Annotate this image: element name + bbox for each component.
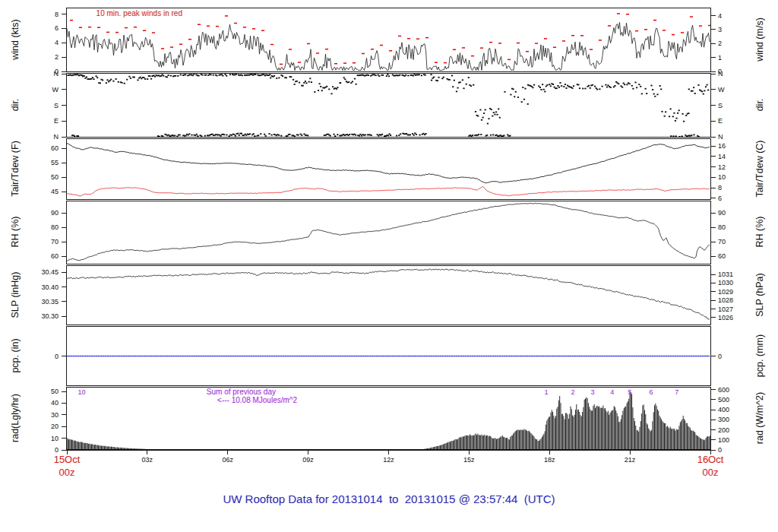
slp-right-tick-label: 1028 xyxy=(718,296,733,304)
rad-right-tick-label: 200 xyxy=(718,426,729,434)
slp-left-tick xyxy=(62,272,66,273)
rh-right-tick xyxy=(711,242,716,242)
tair-right-tick-label: 6 xyxy=(718,195,722,202)
wind-right-tick xyxy=(711,43,716,44)
dir-left-tick xyxy=(62,121,66,122)
rh-right-tick xyxy=(711,227,716,228)
wind-annotation: 10 min. peak winds in red xyxy=(96,9,182,17)
rad-hour-sum-label: 1 xyxy=(544,388,548,397)
rad-left-tick xyxy=(62,450,66,451)
dir-right-tick xyxy=(711,105,716,106)
wind-left-tick xyxy=(62,43,66,43)
x-axis-tick-label: 06z xyxy=(219,456,237,464)
pcp-right-tick xyxy=(711,356,716,356)
rad-right-tick xyxy=(711,420,716,420)
dir-right-tick-label: N xyxy=(718,70,723,78)
x-axis-end-hour: 00z xyxy=(703,467,719,478)
slp-right-tick xyxy=(711,309,716,309)
tair-right-tick xyxy=(711,166,716,167)
wind-left-tick xyxy=(62,71,66,72)
slp-left-tick xyxy=(62,316,66,317)
x-axis-tick-label: 18z xyxy=(540,456,558,464)
tair-right-tick xyxy=(711,146,716,147)
tair-left-tick xyxy=(62,192,66,192)
wind-right-tick-label: 2 xyxy=(718,40,722,47)
rad-annotation: <--- 10.08 MJoules/m^2 xyxy=(217,396,297,404)
x-axis-tick xyxy=(388,451,389,454)
x-axis-tick xyxy=(469,451,470,454)
x-axis-tick xyxy=(227,451,228,454)
rad-left-axis-title: rad(Lgly/hr) xyxy=(9,342,21,494)
wind-left-tick xyxy=(62,28,66,29)
rh-left-tick xyxy=(62,242,66,242)
panel-wind-direction xyxy=(66,73,711,138)
rad-annotation: Sum of previous day xyxy=(207,388,276,396)
wind-right-tick xyxy=(711,71,716,72)
tair-right-tick xyxy=(711,177,716,178)
wind-right-tick-label: 4 xyxy=(718,12,722,20)
slp-right-tick-label: 1031 xyxy=(718,271,733,278)
x-axis-tick xyxy=(147,451,147,454)
rh-left-tick xyxy=(62,256,66,257)
wind-right-tick-label: 1 xyxy=(718,54,722,62)
rh-right-tick-label: 90 xyxy=(718,209,726,217)
tair-right-tick xyxy=(711,198,716,198)
rad-right-tick xyxy=(711,410,716,410)
dir-right-tick xyxy=(711,74,716,74)
slp-right-tick-label: 1026 xyxy=(718,314,733,321)
dir-right-tick-label: W xyxy=(718,86,725,93)
dir-right-tick-label: N xyxy=(718,133,723,141)
rad-right-tick xyxy=(711,399,716,400)
slp-right-tick-label: 1027 xyxy=(718,306,733,313)
rh-right-tick-label: 80 xyxy=(718,223,726,231)
x-axis-start-date: 15Oct xyxy=(54,454,81,465)
rad-left-tick xyxy=(62,426,66,427)
slp-right-tick xyxy=(711,317,716,318)
tair-right-tick-label: 8 xyxy=(718,184,722,192)
rad-hour-sum-label: 7 xyxy=(675,388,678,397)
slp-right-tick xyxy=(711,300,716,301)
rad-left-tick xyxy=(62,403,66,404)
rad-right-tick-label: 300 xyxy=(718,416,729,423)
rh-right-tick-label: 70 xyxy=(718,238,726,245)
wind-left-tick xyxy=(62,57,66,58)
slp-right-tick xyxy=(711,274,716,275)
x-axis-tick-label: 09z xyxy=(299,456,318,464)
x-axis-start-hour: 00z xyxy=(59,467,75,478)
x-axis-tick xyxy=(308,451,308,454)
tair-left-tick xyxy=(62,163,66,163)
rad-left-tick xyxy=(62,438,66,439)
x-axis-tick-label: 12z xyxy=(380,456,398,464)
dir-left-tick xyxy=(62,137,66,138)
x-axis-end-date: 16Oct xyxy=(697,454,724,465)
rad-right-tick xyxy=(711,450,716,451)
dir-right-tick xyxy=(711,121,716,122)
panel-precipitation xyxy=(66,326,711,386)
dir-right-tick xyxy=(711,137,716,138)
wind-right-tick xyxy=(711,29,716,30)
panel-relative-humidity xyxy=(66,201,711,264)
slp-right-tick-label: 1029 xyxy=(718,288,733,296)
chart-title: UW Rooftop Data for 20131014 to 20131015… xyxy=(0,492,778,505)
x-axis-tick xyxy=(549,451,550,454)
x-axis-tick xyxy=(630,451,631,454)
tair-right-tick-label: 14 xyxy=(718,153,726,160)
tair-left-tick xyxy=(62,148,66,149)
rad-hour-sum-label: 4 xyxy=(610,388,614,397)
wind-left-tick xyxy=(62,14,66,14)
rad-hour-sum-label: 3 xyxy=(591,388,595,397)
x-axis-tick-label: 15z xyxy=(460,456,478,464)
panel-temperature-dewpoint xyxy=(66,138,711,200)
rad-hour-sum-label: 10 xyxy=(77,388,85,397)
x-axis-tick-label: 03z xyxy=(138,456,157,464)
dir-left-tick xyxy=(62,89,66,90)
x-axis-tick-label: 21z xyxy=(621,456,639,464)
dir-right-tick-label: S xyxy=(718,102,723,109)
wind-right-tick xyxy=(711,15,716,16)
pcp-right-tick-label: 0 xyxy=(718,353,722,360)
panel-solar-radiation xyxy=(66,387,711,451)
rad-right-tick-label: 500 xyxy=(718,396,729,404)
slp-right-tick-label: 1030 xyxy=(718,279,733,287)
slp-left-tick xyxy=(62,287,66,287)
rad-right-tick-label: 100 xyxy=(718,436,729,444)
